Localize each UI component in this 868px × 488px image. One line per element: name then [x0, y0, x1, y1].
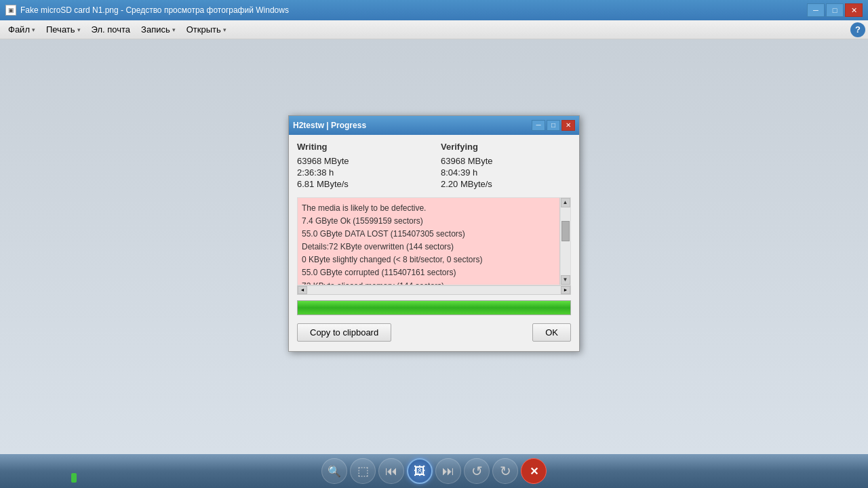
- verifying-size: 63968 MByte: [441, 156, 571, 166]
- dialog-close-button[interactable]: ✕: [561, 120, 575, 131]
- results-container: The media is likely to be defective.7.4 …: [297, 197, 571, 285]
- window-title-bar: ▣ Fake microSD card N1.png - Средство пр…: [0, 0, 868, 20]
- window-title: Fake microSD card N1.png - Средство прос…: [20, 5, 807, 15]
- copy-to-clipboard-button[interactable]: Copy to clipboard: [297, 323, 391, 342]
- taskbar-close-button[interactable]: ✕: [521, 458, 547, 484]
- menu-record-arrow: ▾: [172, 26, 176, 33]
- next-icon: ⏭: [442, 464, 454, 479]
- menu-bar: Файл ▾ Печать ▾ Эл. почта Запись ▾ Откры…: [0, 20, 868, 39]
- verifying-speed: 2.20 MByte/s: [441, 179, 571, 189]
- ok-button[interactable]: OK: [532, 323, 571, 342]
- taskbar-rotate-right-button[interactable]: ↻: [492, 458, 518, 484]
- scroll-thumb[interactable]: [561, 221, 570, 241]
- menu-file[interactable]: Файл ▾: [3, 22, 41, 37]
- window-close-button[interactable]: ✕: [845, 3, 863, 17]
- rotate-right-icon: ↻: [500, 463, 511, 479]
- writing-stats: Writing 63968 MByte 2:36:38 h 6.81 MByte…: [297, 142, 427, 190]
- result-line: Details:72 KByte overwritten (144 sector…: [302, 241, 554, 253]
- dialog-buttons-row: Copy to clipboard OK: [297, 322, 571, 344]
- h2testw-dialog: H2testw | Progress ─ □ ✕ Writing 63968 M…: [288, 115, 580, 352]
- dialog-maximize-button[interactable]: □: [547, 120, 560, 131]
- view-icon: 🖼: [414, 464, 426, 479]
- progress-bar-container: [297, 300, 571, 315]
- copy-icon: ⬚: [357, 464, 369, 479]
- menu-print-arrow: ▾: [77, 26, 81, 33]
- window-controls: ─ □ ✕: [807, 3, 863, 17]
- taskbar-next-button[interactable]: ⏭: [435, 458, 461, 484]
- window-minimize-button[interactable]: ─: [807, 3, 825, 17]
- result-line: 55.0 GByte corrupted (115407161 sectors): [302, 266, 554, 279]
- dialog-content: Writing 63968 MByte 2:36:38 h 6.81 MByte…: [289, 135, 579, 351]
- results-text: The media is likely to be defective.7.4 …: [302, 202, 554, 285]
- menu-email[interactable]: Эл. почта: [86, 22, 136, 37]
- menu-record[interactable]: Запись ▾: [136, 22, 181, 37]
- results-scrollbar[interactable]: ▲ ▼: [559, 198, 570, 285]
- taskbar-view-button[interactable]: 🖼: [407, 458, 433, 484]
- result-line: The media is likely to be defective.: [302, 202, 554, 215]
- taskbar-copy-button[interactable]: ⬚: [350, 458, 376, 484]
- dialog-title-bar: H2testw | Progress ─ □ ✕: [289, 116, 579, 135]
- writing-label: Writing: [297, 142, 427, 152]
- close-icon: ✕: [530, 465, 538, 478]
- taskbar-rotate-left-button[interactable]: ↺: [464, 458, 490, 484]
- result-line: 7.4 GByte Ok (15599159 sectors): [302, 215, 554, 228]
- scroll-track: [561, 207, 570, 275]
- verifying-label: Verifying: [441, 142, 571, 152]
- result-line: 0 KByte slightly changed (< 8 bit/sector…: [302, 253, 554, 266]
- taskbar-indicator: [71, 473, 77, 483]
- main-content-area: H2testw | Progress ─ □ ✕ Writing 63968 M…: [0, 39, 868, 454]
- results-text-area[interactable]: The media is likely to be defective.7.4 …: [297, 197, 571, 285]
- dialog-minimize-button[interactable]: ─: [532, 120, 545, 131]
- rotate-left-icon: ↺: [471, 463, 483, 479]
- writing-time: 2:36:38 h: [297, 167, 427, 178]
- dialog-controls: ─ □ ✕: [532, 120, 575, 131]
- taskbar-prev-button[interactable]: ⏮: [378, 458, 404, 484]
- menu-print[interactable]: Печать ▾: [41, 22, 86, 37]
- horizontal-scrollbar[interactable]: ◄ ►: [297, 285, 571, 295]
- verifying-stats: Verifying 63968 MByte 8:04:39 h 2.20 MBy…: [441, 142, 571, 190]
- scroll-left-arrow[interactable]: ◄: [298, 286, 307, 294]
- progress-bar-fill: [298, 301, 570, 314]
- prev-icon: ⏮: [385, 464, 397, 479]
- stats-row: Writing 63968 MByte 2:36:38 h 6.81 MByte…: [297, 142, 571, 190]
- result-line: 72 KByte aliased memory (144 sectors): [302, 280, 554, 285]
- help-button[interactable]: ?: [850, 22, 865, 37]
- scroll-down-arrow[interactable]: ▼: [561, 275, 570, 285]
- menu-open[interactable]: Открыть ▾: [181, 22, 232, 37]
- writing-speed: 6.81 MByte/s: [297, 179, 427, 189]
- menu-open-arrow: ▾: [223, 26, 226, 33]
- writing-size: 63968 MByte: [297, 156, 427, 166]
- taskbar-search-button[interactable]: 🔍: [321, 458, 347, 484]
- scroll-right-arrow[interactable]: ►: [561, 286, 570, 294]
- verifying-time: 8:04:39 h: [441, 167, 571, 178]
- taskbar: 🔍 ⬚ ⏮ 🖼 ⏭ ↺ ↻ ✕: [0, 454, 868, 488]
- window-icon: ▣: [5, 5, 16, 16]
- window-maximize-button[interactable]: □: [826, 3, 844, 17]
- scroll-horiz-track: [307, 286, 561, 294]
- menu-file-arrow: ▾: [32, 26, 35, 33]
- search-icon: 🔍: [328, 465, 341, 478]
- dialog-title: H2testw | Progress: [293, 121, 532, 130]
- result-line: 55.0 GByte DATA LOST (115407305 sectors): [302, 228, 554, 241]
- scroll-up-arrow[interactable]: ▲: [561, 198, 570, 207]
